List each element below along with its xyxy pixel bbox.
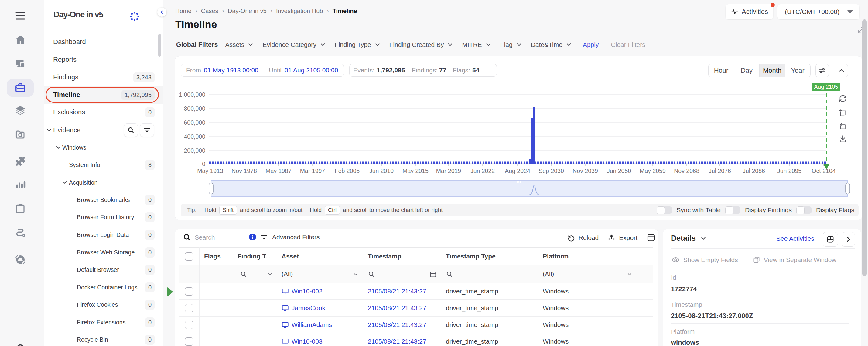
svg-text:May 1913: May 1913 [197, 168, 223, 174]
svg-text:Jun 2095: Jun 2095 [777, 168, 802, 174]
svg-text:Jun 2022: Jun 2022 [470, 168, 495, 174]
svg-text:1,000,000: 1,000,000 [179, 91, 205, 98]
svg-text:Nov 2039: Nov 2039 [572, 168, 598, 174]
svg-text:Mar 1997: Mar 1997 [300, 168, 325, 174]
svg-text:Nov 2068: Nov 2068 [674, 168, 699, 174]
svg-text:200,000: 200,000 [184, 147, 206, 154]
svg-text:Jun 2050: Jun 2050 [607, 168, 631, 174]
svg-text:600,000: 600,000 [184, 119, 206, 126]
svg-text:May 2015: May 2015 [402, 168, 429, 174]
svg-text:Jun 2010: Jun 2010 [369, 168, 394, 174]
svg-text:May 1987: May 1987 [266, 168, 291, 174]
svg-text:800,000: 800,000 [184, 105, 206, 112]
svg-text:Sep 2030: Sep 2030 [538, 168, 564, 174]
svg-text:May 2059: May 2059 [640, 168, 666, 174]
svg-text:Jul 2086: Jul 2086 [743, 168, 765, 174]
svg-text:0: 0 [202, 161, 205, 167]
svg-text:Nov 1978: Nov 1978 [231, 168, 257, 174]
svg-text:Feb 2005: Feb 2005 [335, 168, 360, 174]
svg-text:Aug 2024: Aug 2024 [505, 168, 530, 174]
svg-text:Jul 2076: Jul 2076 [709, 168, 731, 174]
svg-text:Aug 2105: Aug 2105 [814, 84, 838, 90]
svg-text:400,000: 400,000 [184, 133, 206, 140]
svg-text:Oct 2104: Oct 2104 [811, 168, 836, 174]
svg-text:Mar 2019: Mar 2019 [436, 168, 461, 174]
